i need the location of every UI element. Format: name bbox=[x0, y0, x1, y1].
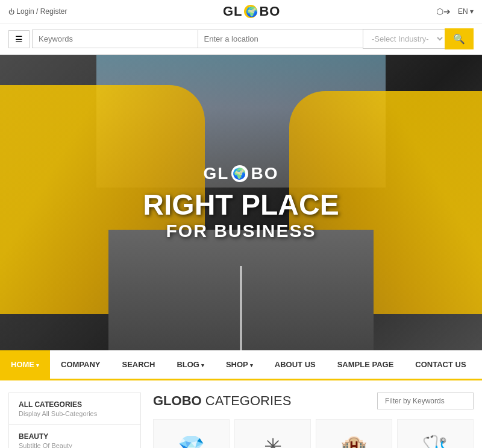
beauty-label: BEAUTY bbox=[19, 432, 131, 441]
login-register-link[interactable]: ⏻ Login / Register bbox=[8, 7, 67, 16]
categories-header: GLOBO CATEGORIES bbox=[153, 393, 474, 409]
top-bar-right: ⬡➔ EN ▾ bbox=[436, 7, 474, 16]
hero-logo: GL 🌍 BO bbox=[143, 164, 339, 183]
hamburger-button[interactable]: ☰ bbox=[8, 30, 30, 48]
nav-item-blog[interactable]: BLOG▾ bbox=[166, 350, 215, 379]
categories-grid: 💎 ✳ 🏨 🩺 bbox=[153, 419, 474, 448]
hero-title: RIGHT PLACE bbox=[143, 189, 339, 221]
nav-item-contact[interactable]: CONTACT US bbox=[404, 350, 477, 379]
categories-sidebar: ALL CATEGORIES Display All Sub-Categorie… bbox=[8, 393, 141, 448]
hero-content: GL 🌍 BO RIGHT PLACE FOR BUSINESS bbox=[143, 164, 339, 242]
category-card-diamond[interactable]: 💎 bbox=[153, 419, 230, 448]
site-logo: GL BO bbox=[223, 4, 281, 19]
globe-icon bbox=[244, 5, 257, 18]
industry-select[interactable]: -Select Industry- bbox=[363, 29, 445, 49]
hero-globe-icon: 🌍 bbox=[231, 165, 248, 182]
all-categories-label: ALL CATEGORIES bbox=[19, 400, 131, 409]
star-icon: ✳ bbox=[264, 434, 282, 448]
hero-subtitle: FOR BUSINESS bbox=[143, 221, 339, 241]
category-card-building[interactable]: 🏨 bbox=[316, 419, 392, 448]
categories-title: GLOBO CATEGORIES bbox=[153, 393, 291, 409]
all-categories-sub: Display All Sub-Categories bbox=[19, 410, 131, 417]
sidebar-all-categories[interactable]: ALL CATEGORIES Display All Sub-Categorie… bbox=[9, 393, 140, 425]
category-card-star[interactable]: ✳ bbox=[234, 419, 311, 448]
diamond-icon: 💎 bbox=[178, 434, 205, 448]
street-line bbox=[240, 266, 242, 350]
beauty-sub: Subtitle Of Beauty bbox=[19, 442, 131, 448]
search-bar: ☰ -Select Industry- 🔍 bbox=[0, 24, 482, 55]
share-icon[interactable]: ⬡➔ bbox=[436, 7, 451, 16]
filter-keywords-input[interactable] bbox=[377, 393, 474, 409]
hero-section: GL 🌍 BO RIGHT PLACE FOR BUSINESS bbox=[0, 55, 482, 350]
content-section: ALL CATEGORIES Display All Sub-Categorie… bbox=[0, 380, 482, 448]
language-selector[interactable]: EN ▾ bbox=[458, 7, 474, 16]
home-arrow-icon: ▾ bbox=[36, 362, 39, 368]
building-icon: 🏨 bbox=[340, 434, 368, 448]
main-content: GLOBO CATEGORIES 💎 ✳ 🏨 🩺 bbox=[153, 393, 474, 448]
shop-arrow-icon: ▾ bbox=[250, 362, 253, 368]
nav-item-sample[interactable]: SAMPLE PAGE bbox=[327, 350, 405, 379]
main-navigation: HOME▾ COMPANY SEARCH BLOG▾ SHOP▾ ABOUT U… bbox=[0, 350, 482, 380]
keywords-input[interactable] bbox=[32, 30, 198, 48]
nav-item-home[interactable]: HOME▾ bbox=[0, 350, 50, 379]
search-icon: 🔍 bbox=[453, 34, 465, 44]
blog-arrow-icon: ▾ bbox=[201, 362, 204, 368]
street bbox=[108, 230, 374, 350]
sidebar-beauty[interactable]: BEAUTY Subtitle Of Beauty bbox=[9, 425, 140, 448]
nav-item-company[interactable]: COMPANY bbox=[50, 350, 111, 379]
health-icon: 🩺 bbox=[422, 434, 449, 448]
search-button[interactable]: 🔍 bbox=[445, 28, 474, 49]
category-card-health[interactable]: 🩺 bbox=[397, 419, 474, 448]
nav-item-search[interactable]: SEARCH bbox=[111, 350, 166, 379]
nav-item-shop[interactable]: SHOP▾ bbox=[215, 350, 264, 379]
location-input[interactable] bbox=[198, 30, 363, 48]
nav-item-about[interactable]: ABOUT US bbox=[264, 350, 327, 379]
top-bar: ⏻ Login / Register GL BO ⬡➔ EN ▾ bbox=[0, 0, 482, 24]
